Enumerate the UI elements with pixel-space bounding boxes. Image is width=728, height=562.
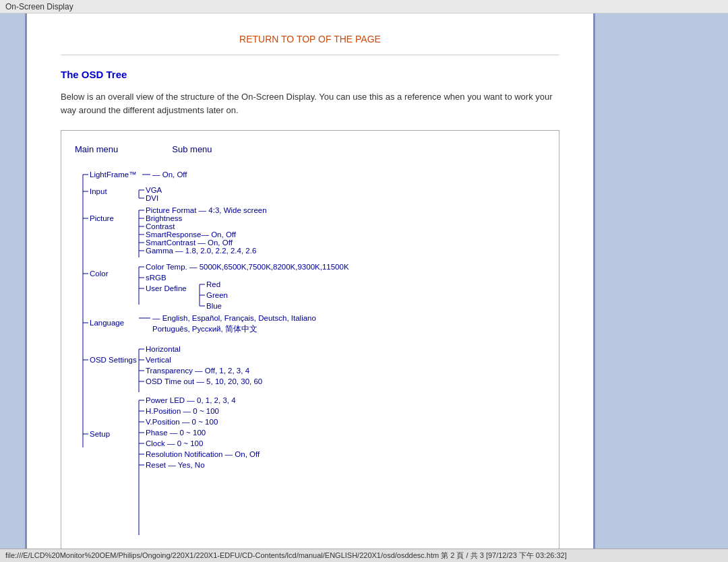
svg-text:OSD Time out — 5, 10, 20, 30, : OSD Time out — 5, 10, 20, 30, 60	[146, 377, 262, 385]
main-menu-header: Main menu	[75, 144, 118, 154]
status-text: file:///E/LCD%20Monitor%20OEM/Philips/On…	[5, 551, 567, 561]
svg-text:Vertical: Vertical	[146, 356, 171, 364]
svg-text:SmartContrast — On, Off: SmartContrast — On, Off	[146, 239, 233, 247]
main-layout: RETURN TO TOP OF THE PAGE The OSD Tree B…	[0, 13, 728, 549]
svg-text:Português, Русский, 简体中文: Português, Русский, 简体中文	[152, 324, 257, 333]
title-text: On-Screen Display	[5, 2, 73, 11]
tree-header: Main menu Sub menu	[75, 144, 545, 154]
section-description: Below is an overall view of the structur…	[61, 90, 559, 117]
svg-text:User Define: User Define	[146, 284, 187, 292]
svg-text:Input: Input	[90, 187, 107, 195]
svg-text:Transparency  — Off, 1, 2, 3, : Transparency — Off, 1, 2, 3, 4	[146, 367, 250, 375]
svg-text:Resolution Notification — On, : Resolution Notification — On, Off	[146, 450, 260, 458]
tree-diagram: LightFrame™ — On, Off Input VGA DVI Pi	[75, 164, 398, 549]
svg-text:OSD Settings: OSD Settings	[90, 356, 137, 364]
svg-text:— On, Off: — On, Off	[152, 170, 187, 179]
svg-text:sRGB: sRGB	[146, 274, 166, 282]
left-side-panel	[0, 13, 27, 549]
svg-text:Red: Red	[206, 280, 220, 288]
center-content[interactable]: RETURN TO TOP OF THE PAGE The OSD Tree B…	[27, 13, 593, 549]
svg-text:Picture: Picture	[90, 214, 114, 222]
svg-text:SmartResponse— On, Off: SmartResponse— On, Off	[146, 230, 237, 239]
svg-text:Clock         — 0 ~ 100: Clock — 0 ~ 100	[146, 439, 203, 447]
svg-text:Horizontal: Horizontal	[146, 345, 181, 353]
page-content: RETURN TO TOP OF THE PAGE The OSD Tree B…	[27, 13, 593, 549]
svg-text:Brightness: Brightness	[146, 214, 183, 222]
svg-text:Power LED    — 0, 1, 2, 3, 4: Power LED — 0, 1, 2, 3, 4	[146, 396, 236, 404]
svg-text:Picture Format — 4:3, Wide scr: Picture Format — 4:3, Wide screen	[146, 206, 267, 214]
section-title: The OSD Tree	[61, 69, 559, 80]
svg-text:DVI: DVI	[146, 194, 158, 202]
svg-text:Green: Green	[206, 291, 228, 299]
svg-text:Color: Color	[90, 270, 109, 278]
svg-text:H.Position    — 0 ~ 100: H.Position — 0 ~ 100	[146, 407, 219, 415]
return-to-top-section: RETURN TO TOP OF THE PAGE	[61, 27, 559, 55]
svg-text:Language: Language	[90, 319, 124, 327]
svg-text:Color Temp.  —  5000K,6500K,75: Color Temp. — 5000K,6500K,7500K,8200K,93…	[146, 263, 349, 271]
status-bar: file:///E/LCD%20Monitor%20OEM/Philips/On…	[0, 549, 728, 562]
svg-text:— English, Español, Français, : — English, Español, Français, Deutsch, I…	[152, 314, 316, 322]
svg-text:Phase         — 0 ~ 100: Phase — 0 ~ 100	[146, 429, 206, 437]
right-side-panel	[593, 13, 728, 549]
return-to-top-link[interactable]: RETURN TO TOP OF THE PAGE	[239, 34, 381, 44]
svg-text:Blue: Blue	[206, 302, 222, 310]
svg-text:VGA: VGA	[146, 186, 162, 194]
svg-text:Contrast: Contrast	[146, 222, 175, 230]
sub-menu-header: Sub menu	[172, 144, 212, 154]
svg-text:Gamma        — 1.8, 2.0, 2.2, : Gamma — 1.8, 2.0, 2.2, 2.4, 2.6	[146, 247, 256, 255]
svg-text:LightFrame™: LightFrame™	[90, 170, 137, 179]
svg-text:Setup: Setup	[90, 430, 110, 438]
osd-tree-container: Main menu Sub menu LightFrame™ — On, Off…	[61, 130, 559, 549]
title-bar: On-Screen Display	[0, 0, 728, 13]
svg-text:V.Position    — 0 ~ 100: V.Position — 0 ~ 100	[146, 418, 218, 426]
svg-text:Reset         — Yes, No: Reset — Yes, No	[146, 461, 205, 469]
